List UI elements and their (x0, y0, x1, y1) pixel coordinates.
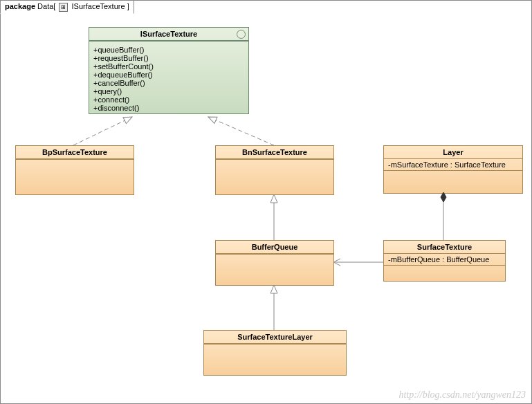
class-name-label: ISurfaceTexture (140, 30, 197, 38)
watermark: http://blog.csdn.net/yangwen123 (398, 389, 526, 401)
svg-line-0 (73, 117, 132, 145)
method: +queueBuffer() (93, 46, 244, 54)
diagram-icon: ⊞ (59, 3, 68, 12)
class-bnsurfacetexture: BnSurfaceTexture (215, 145, 334, 195)
package-frame: package Data[ ⊞ ISurfaceTexture ] ISurfa… (0, 0, 532, 404)
package-keyword: package (5, 2, 35, 10)
class-title: ISurfaceTexture (89, 28, 248, 41)
method: +setBufferCount() (93, 62, 244, 71)
attribute: -mBufferQueue : BufferQueue (384, 254, 505, 265)
class-surfacetexturelayer: SurfaceTextureLayer (203, 330, 347, 376)
package-name: Data (37, 2, 53, 10)
method: +disconnect() (93, 104, 244, 112)
method: +dequeueBuffer() (93, 71, 244, 79)
class-bpsurfacetexture: BpSurfaceTexture (15, 145, 134, 195)
frame-name: ISurfaceTexture (72, 2, 125, 10)
package-tab: package Data[ ⊞ ISurfaceTexture ] (0, 0, 134, 14)
interface-icon (237, 30, 246, 39)
method-list: +queueBuffer()+requestBuffer()+setBuffer… (89, 44, 248, 113)
class-surfacetexture: SurfaceTexture -mBufferQueue : BufferQue… (383, 240, 506, 282)
class-isurfacetexture: ISurfaceTexture +queueBuffer()+requestBu… (89, 27, 249, 114)
class-bufferqueue: BufferQueue (215, 240, 334, 286)
class-title: SurfaceTexture (384, 241, 505, 254)
class-title: SurfaceTextureLayer (204, 331, 346, 344)
class-title: BufferQueue (216, 241, 333, 254)
class-title: Layer (384, 146, 522, 159)
svg-line-1 (208, 117, 274, 145)
method: +connect() (93, 95, 244, 104)
attribute: -mSurfaceTexture : SurfaceTexture (384, 159, 522, 170)
class-title: BpSurfaceTexture (16, 146, 134, 159)
method: +requestBuffer() (93, 54, 244, 62)
method: +query() (93, 87, 244, 95)
class-layer: Layer -mSurfaceTexture : SurfaceTexture (383, 145, 523, 194)
class-title: BnSurfaceTexture (216, 146, 333, 159)
method: +cancelBuffer() (93, 79, 244, 87)
